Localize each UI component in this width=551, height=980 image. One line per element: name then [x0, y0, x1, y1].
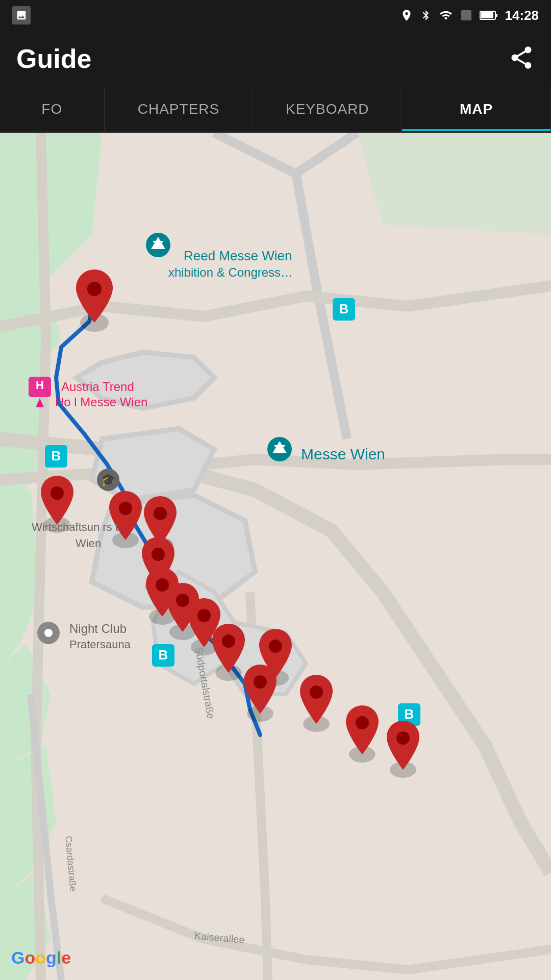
- pin-1: [76, 270, 113, 332]
- map-svg: H B B B B 🎓: [0, 133, 551, 980]
- svg-point-43: [152, 548, 165, 561]
- svg-point-57: [310, 685, 323, 699]
- svg-point-61: [396, 731, 410, 745]
- battery-icon: [480, 9, 498, 22]
- app-title: Guide: [16, 43, 91, 74]
- svg-rect-18: [274, 445, 285, 447]
- tab-bar: FO CHAPTERS KEYBOARD MAP: [0, 87, 551, 133]
- svg-text:Night Club: Night Club: [69, 622, 127, 635]
- tab-chapters[interactable]: CHAPTERS: [105, 87, 254, 131]
- status-bar-left: [12, 6, 31, 24]
- svg-rect-2: [481, 12, 493, 18]
- svg-point-53: [269, 640, 282, 653]
- svg-text:Reed Messe Wien: Reed Messe Wien: [184, 248, 292, 263]
- svg-point-59: [356, 716, 369, 729]
- svg-rect-3: [495, 14, 497, 17]
- svg-text:Ho   l Messe Wien: Ho l Messe Wien: [55, 395, 147, 409]
- svg-text:H: H: [36, 379, 44, 391]
- svg-text:B: B: [52, 448, 61, 463]
- svg-text:🎓: 🎓: [101, 472, 116, 487]
- network-icon: [439, 9, 453, 22]
- tab-map[interactable]: MAP: [402, 87, 551, 131]
- svg-text:Google: Google: [11, 948, 71, 967]
- location-icon: [400, 9, 413, 22]
- svg-text:Wirtschaftsun   rs  t: Wirtschaftsun rs t: [32, 521, 118, 533]
- svg-point-35: [87, 282, 102, 296]
- svg-text:B: B: [405, 706, 414, 722]
- bluetooth-icon: [420, 9, 432, 22]
- svg-text:B: B: [339, 301, 349, 316]
- status-bar-right: 14:28: [400, 8, 539, 23]
- sim-icon: [460, 9, 472, 22]
- map-container[interactable]: H B B B B 🎓: [0, 133, 551, 980]
- status-bar: 14:28: [0, 0, 551, 31]
- photo-icon: [12, 6, 31, 24]
- share-icon: [508, 44, 535, 71]
- svg-rect-15: [153, 241, 163, 242]
- svg-point-41: [154, 507, 167, 520]
- tab-info[interactable]: FO: [0, 87, 105, 131]
- tab-keyboard[interactable]: KEYBOARD: [253, 87, 402, 131]
- status-time: 14:28: [505, 8, 539, 23]
- svg-point-49: [197, 609, 211, 622]
- svg-point-23: [44, 629, 53, 637]
- share-button[interactable]: [508, 44, 535, 73]
- svg-rect-0: [461, 10, 471, 20]
- svg-point-37: [51, 486, 64, 500]
- svg-point-39: [119, 502, 132, 515]
- svg-text:Austria Trend: Austria Trend: [61, 380, 134, 394]
- svg-text:Wien: Wien: [76, 537, 101, 550]
- svg-point-55: [254, 675, 267, 689]
- svg-point-47: [176, 594, 189, 607]
- svg-text:xhibition & Congress…: xhibition & Congress…: [168, 265, 293, 279]
- app-bar: Guide: [0, 31, 551, 87]
- svg-text:Messe Wien: Messe Wien: [301, 446, 385, 462]
- svg-text:B: B: [159, 647, 168, 663]
- svg-marker-12: [357, 133, 551, 235]
- svg-text:Pratersauna: Pratersauna: [69, 638, 131, 651]
- svg-point-45: [156, 578, 169, 592]
- svg-point-51: [222, 634, 235, 648]
